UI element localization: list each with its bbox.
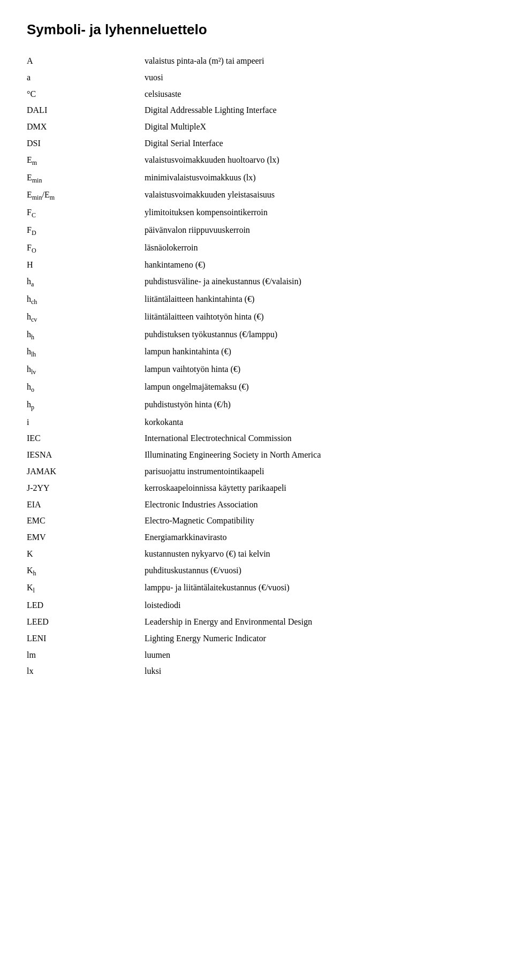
table-row: hhpuhdistuksen työkustannus (€/lamppu)	[27, 326, 487, 344]
table-row: holampun ongelmajätemaksu (€)	[27, 379, 487, 397]
table-row: Emvalaistusvoimakkuuden huoltoarvo (lx)	[27, 152, 487, 170]
symbol-cell: hh	[27, 326, 145, 344]
definition-cell: luksi	[145, 663, 487, 680]
table-row: hlvlampun vaihtotyön hinta (€)	[27, 361, 487, 379]
symbol-cell: lx	[27, 663, 145, 680]
definition-cell: Digital Serial Interface	[145, 135, 487, 152]
symbol-cell: Emin/Em	[27, 187, 145, 204]
table-row: IECInternational Electrotechnical Commis…	[27, 430, 487, 447]
table-row: LEDloistediodi	[27, 597, 487, 614]
definition-cell: International Electrotechnical Commissio…	[145, 430, 487, 447]
symbol-cell: ho	[27, 379, 145, 397]
definition-cell: Energiamarkkinavirasto	[145, 529, 487, 546]
page-title: Symboli- ja lyhenneluettelo	[27, 21, 487, 38]
definition-cell: päivänvalon riippuvuuskerroin	[145, 222, 487, 240]
table-row: Emin/Emvalaistusvoimakkuuden yleistasais…	[27, 187, 487, 204]
symbol-cell: hp	[27, 397, 145, 414]
definition-cell: Digital Addressable Lighting Interface	[145, 102, 487, 119]
symbol-cell: Emin	[27, 170, 145, 187]
definition-cell: valaistusvoimakkuuden yleistasaisuus	[145, 187, 487, 204]
definition-cell: parisuojattu instrumentointikaapeli	[145, 464, 487, 480]
table-row: DMXDigital MultipleX	[27, 119, 487, 135]
symbol-cell: DSI	[27, 135, 145, 152]
definition-cell: luumen	[145, 647, 487, 664]
table-row: ikorkokanta	[27, 414, 487, 431]
table-row: Khpuhdituskustannus (€/vuosi)	[27, 563, 487, 580]
table-row: IESNAIlluminating Engineering Society in…	[27, 447, 487, 464]
definition-cell: puhdistusväline- ja ainekustannus (€/val…	[145, 274, 487, 291]
symbol-cell: A	[27, 53, 145, 70]
table-row: DSIDigital Serial Interface	[27, 135, 487, 152]
symbol-cell: a	[27, 70, 145, 86]
symbol-cell: hch	[27, 291, 145, 309]
table-row: EMVEnergiamarkkinavirasto	[27, 529, 487, 546]
symbol-cell: hlv	[27, 361, 145, 379]
symbol-cell: FO	[27, 240, 145, 257]
symbol-cell: lm	[27, 647, 145, 664]
definition-cell: valaistusvoimakkuuden huoltoarvo (lx)	[145, 152, 487, 170]
definition-cell: Illuminating Engineering Society in Nort…	[145, 447, 487, 464]
definition-cell: kustannusten nykyarvo (€) tai kelvin	[145, 546, 487, 563]
definition-cell: celsiusaste	[145, 86, 487, 103]
table-row: avuosi	[27, 70, 487, 86]
symbol-cell: i	[27, 414, 145, 431]
definition-cell: puhdistustyön hinta (€/h)	[145, 397, 487, 414]
table-row: DALIDigital Addressable Lighting Interfa…	[27, 102, 487, 119]
symbol-cell: ha	[27, 274, 145, 291]
symbol-cell: Em	[27, 152, 145, 170]
definition-cell: hankintameno (€)	[145, 257, 487, 274]
symbol-table: Avalaistus pinta-ala (m²) tai ampeeriavu…	[27, 53, 487, 680]
symbol-cell: LEED	[27, 614, 145, 630]
symbol-cell: hcv	[27, 309, 145, 326]
definition-cell: liitäntälaitteen vaihtotyön hinta (€)	[145, 309, 487, 326]
definition-cell: puhdistuksen työkustannus (€/lamppu)	[145, 326, 487, 344]
table-row: lmluumen	[27, 647, 487, 664]
definition-cell: Digital MultipleX	[145, 119, 487, 135]
definition-cell: kerroskaapeloinnissa käytetty parikaapel…	[145, 480, 487, 497]
table-row: hchliitäntälaitteen hankintahinta (€)	[27, 291, 487, 309]
symbol-cell: FC	[27, 204, 145, 222]
table-row: Hhankintameno (€)	[27, 257, 487, 274]
symbol-cell: LED	[27, 597, 145, 614]
table-row: EMCElectro-Magnetic Compatibility	[27, 513, 487, 529]
symbol-cell: K	[27, 546, 145, 563]
definition-cell: lampun hankintahinta (€)	[145, 344, 487, 361]
table-row: J-2YYkerroskaapeloinnissa käytetty parik…	[27, 480, 487, 497]
table-row: hapuhdistusväline- ja ainekustannus (€/v…	[27, 274, 487, 291]
table-row: FDpäivänvalon riippuvuuskerroin	[27, 222, 487, 240]
definition-cell: puhdituskustannus (€/vuosi)	[145, 563, 487, 580]
definition-cell: valaistus pinta-ala (m²) tai ampeeri	[145, 53, 487, 70]
symbol-cell: J-2YY	[27, 480, 145, 497]
table-row: °Ccelsiusaste	[27, 86, 487, 103]
table-row: hlhlampun hankintahinta (€)	[27, 344, 487, 361]
definition-cell: Leadership in Energy and Environmental D…	[145, 614, 487, 630]
symbol-cell: FD	[27, 222, 145, 240]
symbol-cell: °C	[27, 86, 145, 103]
definition-cell: lampun ongelmajätemaksu (€)	[145, 379, 487, 397]
definition-cell: vuosi	[145, 70, 487, 86]
table-row: LENILighting Energy Numeric Indicator	[27, 630, 487, 647]
definition-cell: ylimitoituksen kompensointikerroin	[145, 204, 487, 222]
symbol-cell: Kh	[27, 563, 145, 580]
definition-cell: läsnäolokerroin	[145, 240, 487, 257]
definition-cell: lampun vaihtotyön hinta (€)	[145, 361, 487, 379]
symbol-cell: DALI	[27, 102, 145, 119]
symbol-cell: DMX	[27, 119, 145, 135]
symbol-cell: EMC	[27, 513, 145, 529]
definition-cell: loistediodi	[145, 597, 487, 614]
table-row: Kllamppu- ja liitäntälaitekustannus (€/v…	[27, 580, 487, 597]
definition-cell: minimivalaistusvoimakkuus (lx)	[145, 170, 487, 187]
symbol-cell: IESNA	[27, 447, 145, 464]
table-row: FCylimitoituksen kompensointikerroin	[27, 204, 487, 222]
symbol-cell: LENI	[27, 630, 145, 647]
symbol-cell: hlh	[27, 344, 145, 361]
definition-cell: Electronic Industries Association	[145, 497, 487, 513]
symbol-cell: EIA	[27, 497, 145, 513]
table-row: Eminminimivalaistusvoimakkuus (lx)	[27, 170, 487, 187]
table-row: EIAElectronic Industries Association	[27, 497, 487, 513]
symbol-cell: IEC	[27, 430, 145, 447]
symbol-cell: Kl	[27, 580, 145, 597]
definition-cell: liitäntälaitteen hankintahinta (€)	[145, 291, 487, 309]
definition-cell: Electro-Magnetic Compatibility	[145, 513, 487, 529]
symbol-cell: H	[27, 257, 145, 274]
